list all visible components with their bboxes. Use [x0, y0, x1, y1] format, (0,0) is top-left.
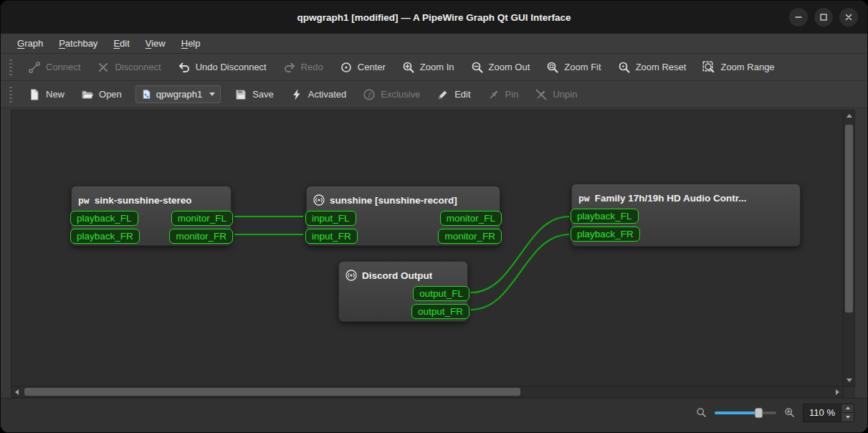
disconnect-button[interactable]: Disconnect: [90, 57, 168, 77]
edit-button[interactable]: Edit: [429, 85, 477, 105]
scroll-down-icon[interactable]: [846, 379, 852, 382]
menu-help[interactable]: Help: [173, 35, 209, 52]
patchbay-toolbar: New Open qpwgraph1 Save Activated f Excl…: [1, 81, 867, 108]
titlebar[interactable]: qpwgraph1 [modified] — A PipeWire Graph …: [1, 1, 867, 34]
spinner-up-button[interactable]: [841, 404, 854, 413]
port-input-fl[interactable]: input_FL: [305, 211, 356, 226]
patchbay-profile-select[interactable]: qpwgraph1: [135, 85, 221, 103]
zoom-slider-fill: [715, 411, 759, 414]
connect-button[interactable]: Connect: [21, 57, 87, 77]
zoom-spinbox[interactable]: 110 %: [803, 404, 854, 422]
window-title: qpwgraph1 [modified] — A PipeWire Graph …: [297, 12, 571, 23]
new-button[interactable]: New: [21, 85, 72, 105]
scroll-left-icon[interactable]: [15, 389, 19, 395]
chevron-down-icon: [209, 92, 215, 96]
vertical-scrollbar[interactable]: [844, 110, 855, 386]
save-icon: [234, 88, 247, 101]
connect-icon: [28, 61, 41, 74]
connection-wires: [11, 110, 844, 386]
port-monitor-fr[interactable]: monitor_FR: [169, 229, 233, 244]
zoom-fit-button[interactable]: Zoom Fit: [539, 57, 608, 77]
activated-button[interactable]: Activated: [283, 85, 353, 105]
zoom-range-icon: [702, 61, 715, 74]
spinner-down-icon: [846, 416, 850, 419]
pipewire-icon: pw: [578, 194, 590, 203]
svg-text:f: f: [368, 90, 372, 98]
port-monitor-fl[interactable]: monitor_FL: [440, 211, 502, 226]
close-button[interactable]: [839, 8, 858, 27]
unpin-button[interactable]: Unpin: [528, 85, 584, 105]
exclusive-button[interactable]: f Exclusive: [356, 85, 427, 105]
zoom-in-button[interactable]: Zoom In: [395, 57, 462, 77]
zoom-range-button[interactable]: Zoom Range: [695, 57, 781, 77]
port-monitor-fl[interactable]: monitor_FL: [171, 211, 233, 226]
menu-view[interactable]: View: [138, 35, 173, 52]
port-playback-fr[interactable]: playback_FR: [571, 227, 640, 242]
open-button[interactable]: Open: [74, 85, 129, 105]
port-output-fl[interactable]: output_FL: [413, 286, 469, 301]
canvas-area: pw sink-sunshine-stereo playback_FL moni…: [1, 108, 867, 398]
zoom-out-button[interactable]: Zoom Out: [464, 57, 538, 77]
broadcast-icon: [313, 194, 325, 206]
patchbay-profile-value: qpwgraph1: [156, 89, 202, 100]
node-title: sink-sunshine-stereo: [95, 195, 192, 206]
pin-icon: [487, 88, 500, 101]
center-button[interactable]: Center: [333, 57, 393, 77]
horizontal-scrollbar[interactable]: [11, 386, 844, 398]
node-discord-output[interactable]: Discord Output output_FL output_FR: [338, 261, 468, 322]
redo-icon: [283, 61, 296, 74]
node-title: Discord Output: [362, 270, 432, 281]
port-input-fr[interactable]: input_FR: [305, 229, 358, 244]
window-controls: [789, 8, 858, 27]
zoom-reset-button[interactable]: Zoom Reset: [611, 57, 694, 77]
menu-patchbay[interactable]: Patchbay: [51, 35, 105, 52]
port-playback-fr[interactable]: playback_FR: [70, 229, 140, 244]
zoom-fit-icon: [546, 61, 559, 74]
port-playback-fl[interactable]: playback_FL: [571, 209, 639, 224]
spinner-down-button[interactable]: [841, 412, 854, 422]
zoom-slider[interactable]: [715, 406, 776, 419]
disconnect-icon: [97, 61, 110, 74]
scroll-up-icon[interactable]: [846, 114, 852, 118]
undo-disconnect-button[interactable]: Undo Disconnect: [171, 57, 274, 77]
broadcast-icon: [345, 270, 357, 281]
activated-icon: [290, 88, 303, 101]
scrollbar-corner: [844, 386, 855, 398]
statusbar: 110 %: [1, 398, 867, 432]
graph-canvas[interactable]: pw sink-sunshine-stereo playback_FL moni…: [11, 110, 844, 386]
node-sunshine-record[interactable]: sunshine [sunshine-record] input_FL moni…: [306, 186, 500, 246]
zoom-value[interactable]: 110 %: [803, 404, 841, 422]
center-icon: [340, 61, 353, 74]
node-sink-sunshine-stereo[interactable]: pw sink-sunshine-stereo playback_FL moni…: [71, 186, 232, 246]
redo-button[interactable]: Redo: [276, 57, 330, 77]
graph-toolbar: Connect Disconnect Undo Disconnect Redo …: [1, 54, 867, 81]
port-monitor-fr[interactable]: monitor_FR: [438, 229, 502, 244]
maximize-icon: [819, 13, 828, 22]
exclusive-icon: f: [363, 88, 376, 101]
port-playback-fl[interactable]: playback_FL: [70, 211, 138, 226]
minimize-icon: [794, 13, 803, 22]
menu-graph[interactable]: Graph: [9, 35, 51, 52]
zoom-out-icon: [696, 407, 707, 418]
zoom-reset-icon: [618, 61, 631, 74]
node-family-hd-audio[interactable]: pw Family 17h/19h HD Audio Contr... play…: [571, 184, 801, 247]
pin-button[interactable]: Pin: [480, 85, 526, 105]
toolbar-grip[interactable]: [9, 87, 12, 103]
node-title: Family 17h/19h HD Audio Contr...: [595, 193, 747, 204]
port-output-fr[interactable]: output_FR: [411, 304, 469, 319]
save-button[interactable]: Save: [227, 85, 281, 105]
toolbar-grip[interactable]: [9, 60, 12, 75]
pipewire-icon: pw: [78, 196, 90, 205]
vertical-scrollbar-thumb[interactable]: [845, 125, 853, 313]
menubar: Graph Patchbay Edit View Help: [1, 34, 867, 54]
patchbay-file-icon: [141, 89, 152, 100]
maximize-button[interactable]: [814, 8, 833, 27]
scroll-right-icon[interactable]: [836, 389, 839, 395]
menu-edit[interactable]: Edit: [105, 35, 137, 52]
zoom-slider-handle[interactable]: [755, 408, 763, 418]
zoom-in-icon: [402, 61, 415, 74]
spinner-up-icon: [846, 406, 850, 409]
app-window: qpwgraph1 [modified] — A PipeWire Graph …: [0, 0, 868, 433]
horizontal-scrollbar-thumb[interactable]: [24, 388, 520, 396]
minimize-button[interactable]: [789, 8, 808, 27]
